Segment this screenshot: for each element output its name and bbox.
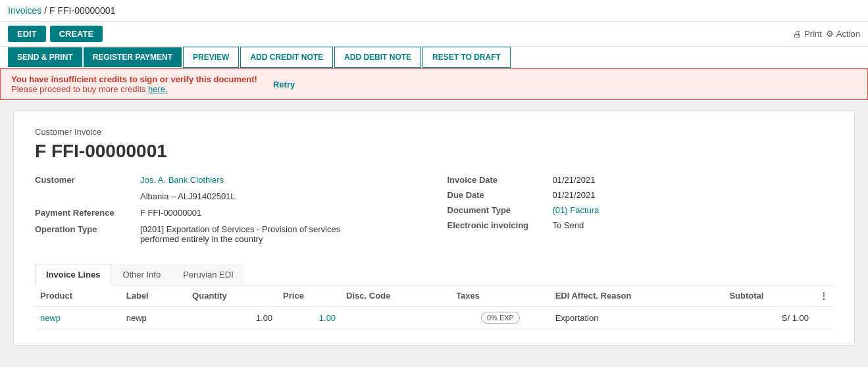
- col-edi-reason: EDI Affect. Reason: [550, 285, 725, 306]
- cell-taxes: 0% EXP: [451, 306, 550, 330]
- breadcrumb-parent[interactable]: Invoices: [8, 5, 41, 16]
- operation-type-value: [0201] Exportation of Services - Provisi…: [140, 224, 377, 244]
- due-date-label: Due Date: [447, 190, 553, 200]
- col-price: Price: [278, 285, 341, 306]
- alert-body: Please proceed to buy more credits: [11, 84, 148, 94]
- table-area: Product Label Quantity Price Disc. Code …: [35, 285, 833, 330]
- alert-bar: You have insufficient credits to sign or…: [0, 68, 868, 100]
- tab-peruvian-edi[interactable]: Peruvian EDI: [172, 264, 245, 285]
- alert-message: You have insufficient credits to sign or…: [11, 74, 257, 94]
- operation-type-label: Operation Type: [35, 224, 140, 234]
- action-bar: EDIT CREATE 🖨 Print ⚙ Action: [0, 22, 868, 47]
- electronic-invoicing-field: Electronic invoicing To Send: [447, 220, 834, 230]
- operation-type-field: Operation Type [0201] Exportation of Ser…: [35, 224, 421, 244]
- cell-product: newp: [35, 306, 121, 330]
- tab-invoice-lines[interactable]: Invoice Lines: [35, 264, 111, 285]
- document-type-label: Document Type: [447, 205, 553, 215]
- payment-ref-value: F FFI-00000001: [140, 208, 201, 218]
- tax-badge: 0% EXP: [481, 312, 520, 324]
- document-type-field: Document Type (01) Factura: [447, 205, 834, 215]
- cell-subtotal: S/ 1.00: [724, 306, 814, 330]
- address-value: Albania – ALJ91402501L: [140, 191, 236, 201]
- electronic-invoicing-label: Electronic invoicing: [447, 220, 553, 230]
- price-link[interactable]: 1.00: [319, 313, 336, 323]
- alert-link[interactable]: here.: [148, 84, 168, 94]
- cell-disc-code: [341, 306, 451, 330]
- breadcrumb: Invoices / F FFI-00000001: [8, 5, 115, 16]
- action-menu-button[interactable]: ⚙ Action: [826, 29, 860, 39]
- invoice-number: F FFI-00000001: [35, 141, 833, 162]
- col-quantity: Quantity: [187, 285, 278, 306]
- customer-label: Customer: [35, 175, 140, 185]
- col-product: Product: [35, 285, 121, 306]
- toolbar: SEND & PRINT REGISTER PAYMENT PREVIEW AD…: [0, 47, 868, 68]
- col-menu: ⋮: [814, 285, 833, 306]
- breadcrumb-current: F FFI-00000001: [49, 5, 115, 16]
- cell-price: 1.00: [278, 306, 341, 330]
- tabs: Invoice Lines Other Info Peruvian EDI: [35, 264, 833, 285]
- due-date-field: Due Date 01/21/2021: [447, 190, 834, 200]
- customer-link[interactable]: Jos. A. Bank Clothiers: [140, 175, 224, 185]
- cell-quantity: 1.00: [187, 306, 278, 330]
- invoice-date-field: Invoice Date 01/21/2021: [447, 175, 834, 185]
- col-taxes: Taxes: [451, 285, 550, 306]
- register-payment-button[interactable]: REGISTER PAYMENT: [84, 47, 182, 67]
- col-label: Label: [121, 285, 187, 306]
- content-area: Customer Invoice F FFI-00000001 Customer…: [0, 100, 868, 356]
- customer-field: Customer Jos. A. Bank Clothiers: [35, 175, 421, 185]
- payment-ref-label: Payment Reference: [35, 208, 140, 218]
- preview-button[interactable]: PREVIEW: [183, 47, 239, 68]
- payment-ref-field: Payment Reference F FFI-00000001: [35, 208, 421, 218]
- invoice-fields: Customer Jos. A. Bank Clothiers Albania …: [35, 175, 833, 251]
- table-row: newp newp 1.00 1.00 0% EXP Exportation S…: [35, 306, 833, 330]
- due-date-value: 01/21/2021: [553, 190, 596, 200]
- create-button[interactable]: CREATE: [50, 26, 103, 42]
- invoice-date-value: 01/21/2021: [553, 175, 596, 185]
- document-type-value: (01) Factura: [553, 205, 600, 215]
- printer-icon: 🖨: [793, 29, 802, 39]
- edit-button[interactable]: EDIT: [8, 26, 46, 42]
- col-subtotal: Subtotal: [724, 285, 814, 306]
- top-bar: Invoices / F FFI-00000001: [0, 0, 868, 22]
- electronic-invoicing-value: To Send: [553, 220, 584, 230]
- customer-value: Jos. A. Bank Clothiers: [140, 175, 224, 185]
- document-type-link[interactable]: (01) Factura: [553, 205, 600, 215]
- add-credit-note-button[interactable]: ADD CREDIT NOTE: [240, 47, 333, 68]
- add-debit-note-button[interactable]: ADD DEBIT NOTE: [334, 47, 421, 68]
- retry-button[interactable]: Retry: [268, 77, 300, 92]
- gear-icon: ⚙: [826, 29, 834, 39]
- alert-title: You have insufficient credits to sign or…: [11, 74, 257, 84]
- tab-other-info[interactable]: Other Info: [111, 264, 172, 285]
- address-field: Albania – ALJ91402501L: [35, 191, 421, 201]
- breadcrumb-separator: /: [44, 5, 49, 16]
- right-fields: Invoice Date 01/21/2021 Due Date 01/21/2…: [447, 175, 834, 251]
- cell-edi-reason: Exportation: [550, 306, 725, 330]
- cell-menu: [814, 306, 833, 330]
- cell-label: newp: [121, 306, 187, 330]
- send-print-button[interactable]: SEND & PRINT: [8, 47, 82, 67]
- invoice-type: Customer Invoice: [35, 127, 833, 137]
- reset-to-draft-button[interactable]: RESET TO DRAFT: [422, 47, 511, 68]
- invoice-lines-table: Product Label Quantity Price Disc. Code …: [35, 285, 833, 330]
- left-fields: Customer Jos. A. Bank Clothiers Albania …: [35, 175, 421, 251]
- invoice-date-label: Invoice Date: [447, 175, 553, 185]
- col-disc-code: Disc. Code: [341, 285, 451, 306]
- print-button[interactable]: 🖨 Print: [793, 29, 822, 39]
- invoice-card: Customer Invoice F FFI-00000001 Customer…: [13, 110, 855, 346]
- table-header-row: Product Label Quantity Price Disc. Code …: [35, 285, 833, 306]
- product-link[interactable]: newp: [40, 313, 61, 323]
